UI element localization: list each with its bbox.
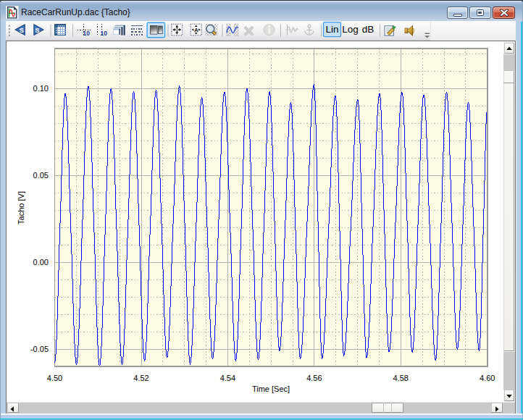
svg-text:-0.05: -0.05 [30,345,49,353]
svg-text:Time [Sec]: Time [Sec] [252,385,290,393]
svg-text:4.50: 4.50 [47,374,62,382]
svg-text:4.52: 4.52 [133,374,148,382]
svg-text:Tacho [V]: Tacho [V] [17,191,25,224]
svg-text:4.60: 4.60 [480,374,495,382]
svg-text:0.10: 0.10 [33,84,49,93]
svg-text:4.56: 4.56 [306,374,322,382]
svg-text:0.00: 0.00 [33,258,49,266]
svg-text:4.58: 4.58 [393,374,409,382]
svg-text:4.54: 4.54 [220,374,235,382]
svg-text:0.05: 0.05 [33,171,49,180]
